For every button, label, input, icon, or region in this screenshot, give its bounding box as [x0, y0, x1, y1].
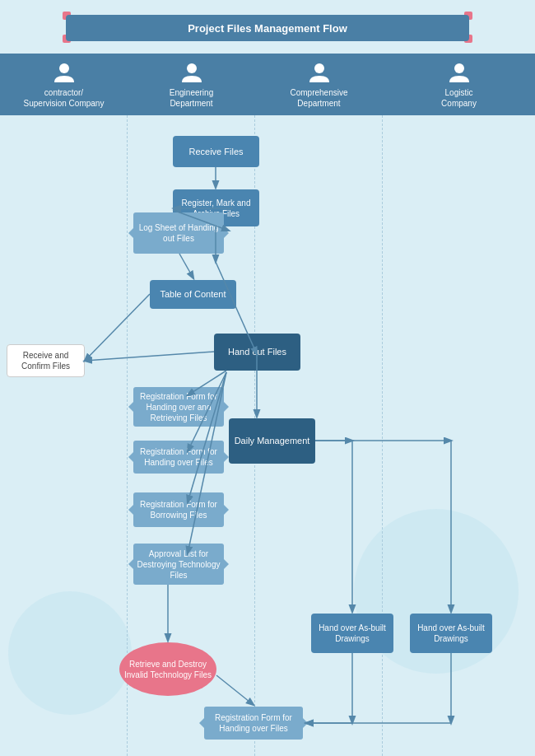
hand-out-box: Hand out Files: [214, 334, 300, 371]
table-content-label: Table of Content: [160, 288, 226, 300]
retrieve-destroy-label: Retrieve and Destroy Invalid Technology …: [119, 659, 216, 680]
col2-label: Engineering Department: [170, 87, 213, 109]
log-sheet-box: Log Sheet of Handing out Files: [133, 212, 224, 254]
person-icon-2: [180, 61, 203, 84]
column-contractor: [0, 54, 128, 756]
table-content-box: Table of Content: [150, 280, 236, 309]
handover-as2-label: Hand over As-built Drawings: [410, 623, 492, 644]
retrieve-destroy-box: Retrieve and Destroy Invalid Technology …: [119, 642, 216, 696]
svg-point-2: [314, 63, 324, 73]
handover-as1-label: Hand over As-built Drawings: [311, 623, 393, 644]
title-bar: Project Files Management Flow: [66, 15, 469, 41]
reg-form-1-label: Registration Form for Handing over and R…: [133, 391, 224, 423]
person-contractor: contractor/ Supervision Company: [0, 61, 128, 109]
reg-form-3-label: Registration Form for Borrowing Files: [133, 499, 224, 520]
col3-label: Comprehensive Department: [290, 87, 347, 109]
title-text: Project Files Management Flow: [188, 22, 347, 35]
receive-confirm-label: Receive and Confirm Files: [7, 350, 84, 371]
reg-form-final-label: Registration Form for Handing over Files: [204, 712, 303, 734]
person-comprehensive: Comprehensive Department: [255, 61, 383, 109]
reg-form-2-label: Registration Form for Handing over Files: [133, 446, 224, 468]
handover-as1-box: Hand over As-built Drawings: [311, 614, 393, 653]
hand-out-label: Hand out Files: [228, 346, 286, 357]
reg-form-1-box: Registration Form for Handing over and R…: [133, 387, 224, 427]
person-icon-3: [308, 61, 331, 84]
col1-label: contractor/ Supervision Company: [24, 87, 105, 109]
person-icon-4: [448, 61, 471, 84]
person-engineering: Engineering Department: [128, 61, 255, 109]
daily-mgmt-box: Daily Management: [229, 418, 315, 464]
reg-form-2-box: Registration Form for Handing over Files: [133, 441, 224, 474]
svg-point-1: [187, 63, 197, 73]
svg-point-0: [59, 63, 69, 73]
col4-label: Logistic Company: [441, 87, 477, 109]
reg-form-final-box: Registration Form for Handing over Files: [204, 707, 303, 740]
svg-point-3: [454, 63, 464, 73]
daily-mgmt-label: Daily Management: [235, 435, 310, 446]
person-logistic: Logistic Company: [383, 61, 535, 109]
approval-list-label: Approval List for Destroying Technology …: [133, 548, 224, 581]
header-row: contractor/ Supervision Company Engineer…: [0, 54, 535, 115]
receive-files-box: Receive Files: [173, 136, 259, 167]
reg-form-3-box: Registration Form for Borrowing Files: [133, 492, 224, 527]
approval-list-box: Approval List for Destroying Technology …: [133, 544, 224, 585]
handover-as2-box: Hand over As-built Drawings: [410, 614, 492, 653]
main-container: Project Files Management Flow contractor…: [0, 0, 535, 756]
person-icon-1: [53, 61, 76, 84]
log-sheet-label: Log Sheet of Handing out Files: [133, 222, 224, 244]
receive-confirm-box: Receive and Confirm Files: [7, 344, 85, 377]
receive-files-label: Receive Files: [188, 146, 243, 157]
